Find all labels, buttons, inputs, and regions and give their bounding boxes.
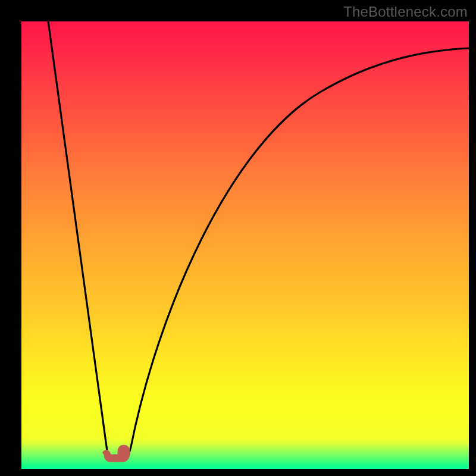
plot-area <box>21 21 469 469</box>
attribution-text: TheBottleneck.com <box>343 4 468 20</box>
bottleneck-curve <box>21 21 469 469</box>
curve-path <box>48 21 469 460</box>
chart-frame: TheBottleneck.com <box>0 0 476 476</box>
